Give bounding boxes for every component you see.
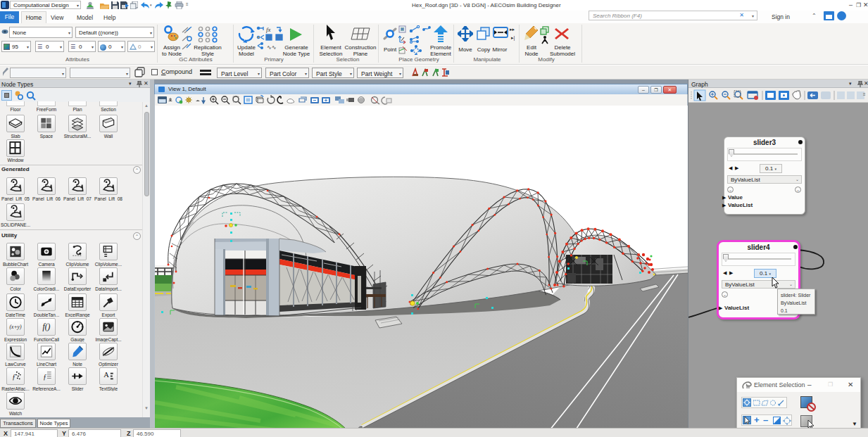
svg-text:ƒ: ƒ — [43, 373, 46, 381]
svg-text:fx: fx — [266, 26, 271, 33]
svg-text:∿∿: ∿∿ — [267, 44, 276, 51]
svg-text:ƒ: ƒ — [12, 373, 15, 381]
svg-text:f(): f() — [43, 322, 51, 331]
svg-text:(x+y): (x+y) — [9, 324, 22, 330]
svg-text:A: A — [103, 371, 109, 379]
